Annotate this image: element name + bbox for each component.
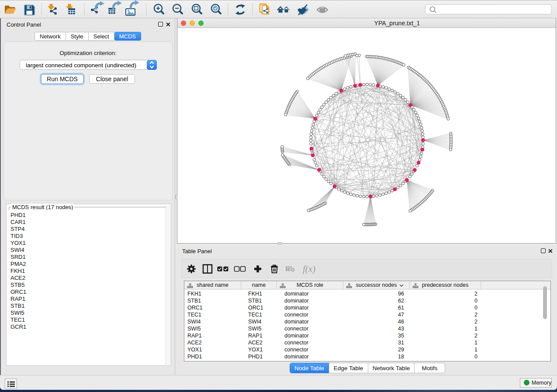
svg-text:f(x): f(x) [303,264,315,274]
